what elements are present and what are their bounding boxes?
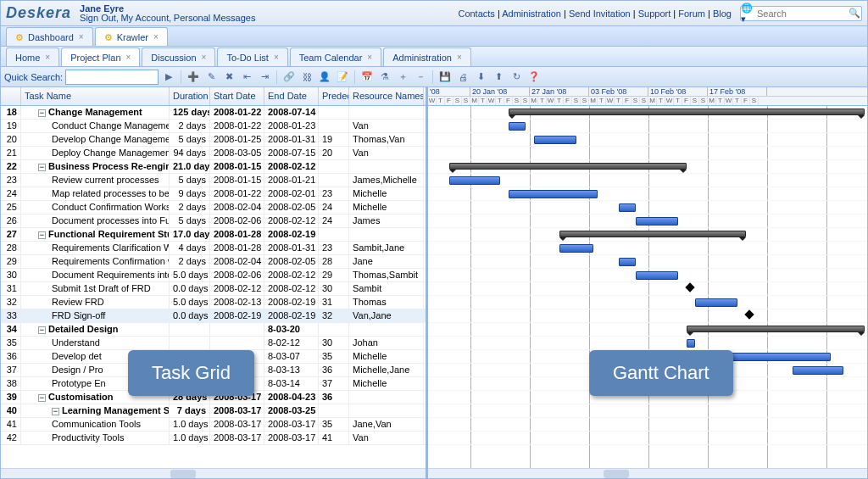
col-num[interactable] <box>1 87 21 105</box>
link-icon[interactable]: 🔗 <box>281 70 297 85</box>
delete-icon[interactable]: ✖ <box>221 70 236 85</box>
help-icon[interactable]: ❓ <box>526 70 542 85</box>
subtab-discussion[interactable]: Discussion× <box>142 47 215 66</box>
table-row[interactable]: 33FRD Sign-off0.0 days2008-02-192008-02-… <box>1 309 426 323</box>
table-row[interactable]: 28Requirements Clarification Works4 days… <box>1 242 426 255</box>
table-row[interactable]: 22−Business Process Re-engineering21.0 d… <box>1 160 426 174</box>
summary-bar[interactable] <box>559 231 746 237</box>
gantt-row[interactable] <box>428 282 867 296</box>
tab-krawler[interactable]: Krawler× <box>95 27 168 46</box>
gantt-row[interactable] <box>428 323 867 337</box>
zoom-out-icon[interactable]: － <box>413 70 428 85</box>
subtab-home[interactable]: Home× <box>6 47 59 66</box>
gantt-body[interactable] <box>428 106 867 468</box>
indent-left-icon[interactable]: ⇤ <box>239 70 254 85</box>
task-bar[interactable] <box>619 203 636 212</box>
col-duration[interactable]: Duration <box>170 87 210 105</box>
gantt-row[interactable] <box>428 228 867 242</box>
col-end[interactable]: End Date <box>264 87 319 105</box>
task-bar[interactable] <box>449 176 500 185</box>
tab-dashboard[interactable]: Dashboard× <box>6 27 93 46</box>
table-row[interactable]: 34−Detailed Design8-03-20 <box>1 323 426 337</box>
expand-icon[interactable]: − <box>52 408 59 415</box>
world-icon[interactable]: 🌐▾ <box>741 7 754 20</box>
grid-body[interactable]: 18−Change Management125 days2008-01-2220… <box>1 106 426 468</box>
gantt-row[interactable] <box>428 404 867 418</box>
filter-icon[interactable]: ⚗ <box>377 70 392 85</box>
save-icon[interactable]: 💾 <box>437 70 453 85</box>
resource-icon[interactable]: 👤 <box>317 70 332 85</box>
table-row[interactable]: 30Document Requirements into FRD5.0 days… <box>1 269 426 282</box>
toplink-blog[interactable]: Blog <box>713 8 732 19</box>
close-icon[interactable]: × <box>79 32 84 42</box>
task-bar[interactable] <box>695 298 737 307</box>
table-row[interactable]: 20Develop Change Management Plan5 days20… <box>1 133 426 147</box>
close-icon[interactable]: × <box>45 53 50 62</box>
signout-link[interactable]: Sign Out <box>80 13 116 23</box>
grid-h-scrollbar[interactable] <box>1 468 426 478</box>
close-icon[interactable]: × <box>367 53 372 62</box>
gantt-row[interactable] <box>428 269 867 282</box>
toplink-send-invitation[interactable]: Send Invitation <box>569 8 631 19</box>
expand-icon[interactable]: − <box>38 231 46 239</box>
table-row[interactable]: 29Requirements Confirmation work2 days20… <box>1 255 426 269</box>
subtab-team-calendar[interactable]: Team Calendar× <box>290 47 381 66</box>
close-icon[interactable]: × <box>153 32 159 42</box>
task-bar[interactable] <box>687 339 695 348</box>
gantt-row[interactable] <box>428 187 867 201</box>
task-bar[interactable] <box>559 244 593 253</box>
table-row[interactable]: 18−Change Management125 days2008-01-2220… <box>1 106 426 120</box>
table-row[interactable]: 32Review FRD5.0 days2008-02-132008-02-19… <box>1 296 426 309</box>
milestone-icon[interactable] <box>744 309 754 319</box>
table-row[interactable]: 41Communication Tools1.0 days2008-03-172… <box>1 418 426 432</box>
table-row[interactable]: 35Understand8-02-1230Johan <box>1 337 426 350</box>
note-icon[interactable]: 📝 <box>335 70 350 85</box>
gantt-row[interactable] <box>428 133 867 147</box>
edit-icon[interactable]: ✎ <box>203 70 219 85</box>
toplink-support[interactable]: Support <box>638 8 671 19</box>
table-row[interactable]: 23Review current processes5 days2008-01-… <box>1 174 426 187</box>
close-icon[interactable]: × <box>274 53 279 62</box>
close-icon[interactable]: × <box>126 53 131 62</box>
table-row[interactable]: 21Deploy Change Management Act94 days200… <box>1 147 426 160</box>
expand-icon[interactable]: − <box>38 326 46 334</box>
task-bar[interactable] <box>509 190 598 198</box>
summary-bar[interactable] <box>449 163 687 170</box>
subtab-to-do-list[interactable]: To-Do List× <box>217 47 287 66</box>
col-pred[interactable]: Predecessors <box>319 87 349 105</box>
search-icon[interactable]: 🔍 <box>848 7 861 20</box>
task-bar[interactable] <box>636 271 678 280</box>
table-row[interactable]: 40−Learning Management System7 days2008-… <box>1 404 426 418</box>
table-row[interactable]: 31Submit 1st Draft of FRD0.0 days2008-02… <box>1 282 426 296</box>
print-icon[interactable]: 🖨 <box>455 70 470 85</box>
gantt-row[interactable] <box>428 418 867 432</box>
table-row[interactable]: 42Productivity Tools1.0 days2008-03-1720… <box>1 432 426 445</box>
gantt-row[interactable] <box>428 160 867 174</box>
task-bar[interactable] <box>793 366 843 375</box>
col-start[interactable]: Start Date <box>210 87 264 105</box>
close-icon[interactable]: × <box>202 53 207 62</box>
indent-right-icon[interactable]: ⇥ <box>257 70 272 85</box>
expand-icon[interactable]: − <box>38 394 46 402</box>
expand-icon[interactable]: − <box>38 164 46 171</box>
table-row[interactable]: 27−Functional Requirement Study17.0 days… <box>1 228 426 242</box>
task-bar[interactable] <box>636 217 678 226</box>
toplink-contacts[interactable]: Contacts <box>458 8 494 19</box>
refresh-icon[interactable]: ↻ <box>509 70 524 85</box>
gantt-row[interactable] <box>428 337 867 350</box>
gantt-row[interactable] <box>428 242 867 255</box>
calendar-icon[interactable]: 📅 <box>359 70 375 85</box>
task-bar[interactable] <box>534 136 576 144</box>
import-icon[interactable]: ⬆ <box>491 70 506 85</box>
gantt-row[interactable] <box>428 120 867 133</box>
milestone-icon[interactable] <box>685 282 694 292</box>
export-icon[interactable]: ⬇ <box>473 70 488 85</box>
col-task[interactable]: Task Name <box>21 87 170 105</box>
quicksearch-input[interactable] <box>65 70 159 85</box>
gantt-row[interactable] <box>428 296 867 309</box>
summary-bar[interactable] <box>509 109 865 115</box>
gantt-row[interactable] <box>428 174 867 187</box>
gantt-row[interactable] <box>428 147 867 160</box>
table-row[interactable]: 25Conduct Confirmation Workshop2 days200… <box>1 201 426 214</box>
search-input[interactable] <box>754 8 848 19</box>
